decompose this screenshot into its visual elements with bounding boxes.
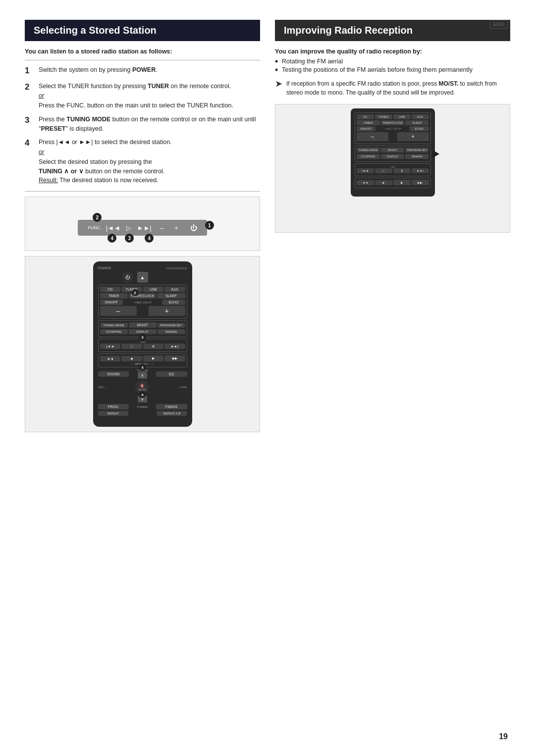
step-1-num: 1 — [25, 64, 39, 77]
rr-tuningmode[interactable]: TUNING MODE — [357, 148, 380, 152]
rr-cd[interactable]: CD — [357, 114, 374, 119]
remote-aux-btn[interactable]: AUX — [164, 287, 185, 292]
rr-plus[interactable]: + — [397, 132, 429, 141]
rr-rwff-row: ◄◄ ■ ▶ ▶▶ — [357, 180, 429, 185]
remote-skipback-btn[interactable]: |◄◄ — [100, 344, 121, 349]
step-4-or: or — [39, 148, 260, 157]
left-column: Selecting a Stored Station You can liste… — [25, 20, 260, 432]
right-subtitle: You can improve the quality of radio rec… — [275, 48, 510, 55]
rr-usb[interactable]: USB — [393, 114, 411, 119]
bullet-1: Rotating the FM aerial — [275, 58, 510, 65]
steps-list: 1 Switch the system on by pressing POWER… — [25, 65, 260, 185]
remote-eq-btn[interactable]: EQ — [156, 371, 187, 377]
remote-up-btn[interactable]: ▲ — [137, 272, 148, 283]
remote-usb-btn[interactable]: USB — [143, 287, 164, 292]
remote-moist-btn[interactable]: MOIST — [129, 322, 157, 328]
rr-stop[interactable]: □ — [375, 168, 392, 173]
remote-play-btn[interactable]: ▶ — [143, 355, 164, 361]
remote-power-btn[interactable]: ⏻ — [122, 272, 133, 283]
remote-echo-btn[interactable]: ECHO — [162, 300, 185, 305]
rr-skipback[interactable]: |◄◄ — [357, 168, 374, 173]
mute-btn[interactable]: 🔇 MUTE 4 — [135, 380, 149, 394]
rr-rw[interactable]: ◄◄ — [357, 180, 374, 185]
remote-stop2-btn[interactable]: ■ — [121, 356, 142, 361]
play-icon: ▷ — [126, 224, 131, 232]
tip-arrow-icon: ➤ — [275, 78, 282, 97]
rr-echo[interactable]: ECHO — [410, 126, 429, 131]
remote-remain-btn[interactable]: REMAIN — [158, 329, 185, 334]
remote-cdripping-btn[interactable]: CD RIPPING — [100, 329, 128, 334]
vol-label-right: + VOL — [178, 386, 187, 389]
remote-sound-btn[interactable]: SOUND — [98, 371, 129, 377]
mute-icon: 🔇 — [140, 384, 145, 388]
rr-skipfwd[interactable]: ►►| — [412, 168, 429, 173]
rr-timerclock[interactable]: TIMER/CLOCK — [381, 120, 404, 125]
remote-stop-btn[interactable]: □ — [121, 344, 142, 349]
remote-skipfwd-btn[interactable]: ►►| — [164, 344, 185, 349]
right-remote-diagram: CD TUNER USB AUX TIMER TIMER/CLOCK SLEEP… — [275, 104, 510, 233]
rr-sleep[interactable]: SLEEP — [405, 120, 428, 125]
onoff-row: ON/OFF ⊣ MIC VOL ⊢ ECHO — [100, 300, 185, 305]
vol-left-group: VOL – — [98, 386, 107, 389]
rr-stop2[interactable]: ■ — [375, 180, 392, 185]
arrow-callout-icon — [432, 150, 439, 158]
remote-rw-btn[interactable]: ◄◄ — [100, 356, 121, 361]
remote-prog-btn[interactable]: PROG. — [98, 404, 129, 409]
rr-onoff[interactable]: ON/OFF — [357, 126, 376, 131]
callout-4b: 4 — [145, 234, 154, 243]
step-4-result: Result: The desired station is now recei… — [39, 176, 260, 185]
remote-timer-btn[interactable]: TIMER — [100, 293, 128, 299]
rr-micvol: ⊣ MIC VOL ⊢ — [376, 127, 409, 130]
page-number: 19 — [499, 732, 508, 741]
rr-timer-row: TIMER TIMER/CLOCK SLEEP — [357, 120, 429, 125]
rr-display[interactable]: DISPLAY — [381, 154, 404, 159]
tip-box: ➤ If reception from a specific FM radio … — [275, 79, 510, 97]
callout-4a: 4 — [107, 234, 116, 243]
left-subtitle: You can listen to a stored radio station… — [25, 48, 260, 55]
rr-aux[interactable]: AUX — [412, 114, 429, 119]
rr-timer[interactable]: TIMER — [357, 120, 380, 125]
power-icon: ⏻ — [190, 224, 197, 232]
remote-pbass-btn[interactable]: P.BASS — [156, 404, 187, 409]
remote-ff-btn[interactable]: ▶▶ — [164, 355, 185, 361]
step-3-content: Press the TUNING MODE button on the remo… — [39, 115, 260, 134]
remote-cd-btn[interactable]: CD — [100, 287, 121, 292]
remote-repeat-btn[interactable]: REPEAT — [98, 411, 128, 416]
remote-callout-3: 3 — [139, 334, 146, 341]
rr-cdripping[interactable]: CD RIPPING — [357, 154, 380, 159]
power-text: POWER — [98, 266, 111, 270]
rr-transport-row: |◄◄ □ ⏸ ►►| — [357, 168, 429, 173]
rr-programset[interactable]: PROGRAM SET — [405, 148, 428, 152]
rr-play[interactable]: ▶ — [393, 180, 411, 185]
eng-badge: ENG — [490, 20, 508, 29]
step-2: 2 Select the TUNER function by pressing … — [25, 82, 260, 110]
remote-callout-4a: 4 — [139, 364, 146, 371]
remote-onoff-btn[interactable]: ON/OFF — [100, 300, 123, 305]
minus-plus-row: – + — [100, 306, 185, 316]
remote-programset-btn[interactable]: PROGRAM SET — [158, 323, 185, 328]
func-label: FUNC. — [88, 225, 102, 230]
rr-minus[interactable]: – — [357, 132, 388, 141]
remote-pause-btn[interactable]: ⏸ — [143, 344, 164, 349]
remote-plus-btn[interactable]: + — [149, 306, 185, 316]
rr-ff[interactable]: ▶▶ — [412, 180, 429, 185]
rr-tuner[interactable]: TUNER — [375, 114, 392, 119]
step-2-content: Select the TUNER function by pressing TU… — [39, 82, 260, 110]
tip-text: If reception from a specific FM radio st… — [286, 79, 510, 97]
rr-cdripping-row: CD RIPPING DISPLAY REMAIN — [357, 154, 429, 159]
callout-3: 3 — [125, 234, 134, 243]
bullet-2: Testing the positions of the FM aerials … — [275, 66, 510, 73]
remote-minus-btn[interactable]: – — [100, 306, 137, 316]
transport-row: |◄◄ □ ⏸ ►►| — [100, 344, 185, 349]
remote-tuning-up-btn[interactable]: ∧ — [138, 372, 147, 379]
remote-repeatable-btn[interactable]: REPEAT A-B — [157, 411, 187, 416]
remote-sleep-btn[interactable]: SLEEP — [157, 293, 185, 299]
step-3: 3 Press the TUNING MODE button on the re… — [25, 115, 260, 134]
remote-tuningmode-btn[interactable]: TUNING MODE — [100, 323, 128, 328]
divider-top — [25, 60, 260, 60]
rr-remain[interactable]: REMAIN — [405, 154, 428, 159]
vol-right-group: + VOL — [178, 386, 187, 389]
step-4-num: 4 — [25, 137, 39, 150]
rr-pause[interactable]: ⏸ — [393, 168, 411, 173]
rr-moist[interactable]: MOIST — [381, 148, 404, 152]
